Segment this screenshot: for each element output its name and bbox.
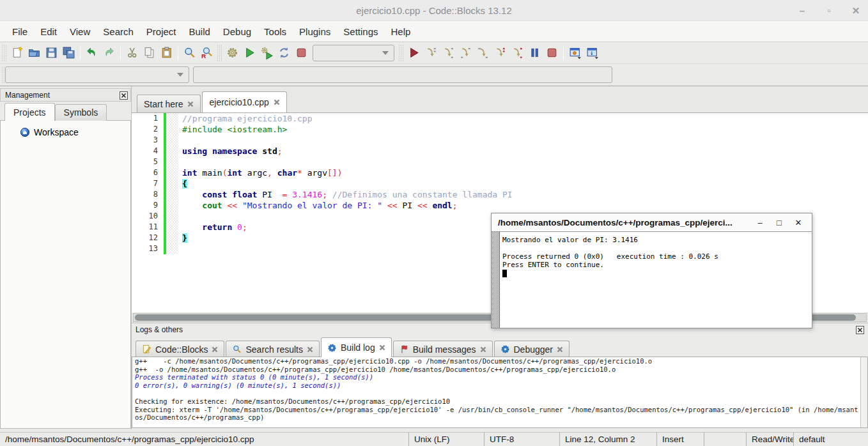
- tab-close-icon[interactable]: [557, 346, 563, 353]
- menu-edit[interactable]: Edit: [34, 21, 63, 42]
- fold-margin[interactable]: [166, 233, 178, 243]
- break-debugger-button[interactable]: [526, 44, 543, 61]
- logs-tab-search-results[interactable]: Search results: [226, 341, 319, 357]
- xterm-close-icon[interactable]: ✕: [791, 218, 805, 227]
- minimize-icon[interactable]: –: [796, 5, 808, 16]
- build-target-combo[interactable]: [313, 45, 394, 61]
- build-button[interactable]: [224, 44, 241, 61]
- various-info-button[interactable]: i: [584, 44, 601, 61]
- line-number: 13: [132, 243, 164, 254]
- new-file-button[interactable]: [8, 44, 26, 61]
- rebuild-button[interactable]: [275, 44, 293, 61]
- tab-symbols[interactable]: Symbols: [55, 104, 107, 121]
- codeblocks-window: ejercicio10.cpp - Code::Blocks 13.12 – ▫…: [0, 0, 868, 446]
- debugging-windows-button[interactable]: [566, 44, 584, 61]
- tab-close-icon[interactable]: [212, 346, 218, 353]
- logs-tab-code-blocks[interactable]: Code::Blocks: [136, 341, 224, 357]
- management-close-icon[interactable]: [120, 91, 128, 99]
- fold-margin[interactable]: [166, 135, 178, 146]
- code-text: [178, 157, 182, 167]
- step-out-button[interactable]: [474, 44, 492, 61]
- step-into-button[interactable]: [457, 44, 474, 61]
- toolbar-grip[interactable]: [217, 45, 222, 61]
- workspace-item[interactable]: Workspace: [1, 127, 130, 137]
- menu-view[interactable]: View: [63, 21, 97, 42]
- debug-continue-button[interactable]: [405, 44, 422, 61]
- status-readwrite-state: Read/Write: [746, 433, 793, 446]
- replace-button[interactable]: R: [198, 44, 215, 61]
- logs-tab-build-log[interactable]: Build log: [321, 337, 392, 357]
- undo-button[interactable]: [83, 44, 100, 61]
- run-to-cursor-button[interactable]: [422, 44, 440, 61]
- editor-tab-start-here[interactable]: Start here: [137, 95, 201, 112]
- menu-settings[interactable]: Settings: [337, 21, 384, 42]
- close-icon[interactable]: ✕: [850, 5, 862, 17]
- xterm-title-bar[interactable]: /home/msantos/Documentos/c++/programas_c…: [492, 213, 812, 232]
- xterm-maximize-icon[interactable]: □: [772, 218, 786, 227]
- tab-close-icon[interactable]: [480, 346, 486, 353]
- step-into-instruction-button[interactable]: [509, 44, 526, 61]
- fold-margin[interactable]: [166, 211, 178, 222]
- fold-margin[interactable]: [166, 124, 178, 135]
- next-line-button[interactable]: [440, 44, 457, 61]
- tab-close-icon[interactable]: [274, 99, 280, 105]
- code-line: 5: [132, 157, 868, 167]
- save-file-button[interactable]: [43, 44, 60, 61]
- workspace-label: Workspace: [34, 127, 79, 137]
- find-button[interactable]: [181, 44, 198, 61]
- symbol-combo[interactable]: [193, 66, 612, 83]
- chevron-down-icon: [177, 73, 183, 77]
- xterm-body[interactable]: Mostrando el valor de PI: 3.1416 Process…: [492, 232, 812, 328]
- save-all-button[interactable]: [60, 44, 77, 61]
- editor-tab-ejercicio10-cpp[interactable]: ejercicio10.cpp: [202, 91, 286, 112]
- next-instruction-button[interactable]: [492, 44, 509, 61]
- tab-projects[interactable]: Projects: [4, 103, 55, 121]
- tab-close-icon[interactable]: [187, 101, 194, 107]
- log-vscrollbar[interactable]: [860, 357, 867, 427]
- scope-combo[interactable]: [5, 66, 189, 83]
- copy-button[interactable]: [141, 44, 158, 61]
- fold-margin[interactable]: [166, 222, 178, 233]
- xterm-scrollbar[interactable]: [492, 232, 500, 328]
- menu-debug[interactable]: Debug: [217, 21, 258, 42]
- fold-margin[interactable]: [166, 167, 178, 178]
- toolbar-grip[interactable]: [399, 45, 403, 61]
- log-line: Checking for existence: /home/msantos/Do…: [135, 397, 858, 406]
- menu-project[interactable]: Project: [140, 21, 183, 42]
- fold-margin[interactable]: [166, 157, 178, 167]
- fold-margin[interactable]: [166, 200, 178, 211]
- logs-tab-build-messages[interactable]: Build messages: [393, 341, 493, 357]
- paste-button[interactable]: [158, 44, 175, 61]
- chevron-down-icon: [382, 51, 389, 55]
- abort-build-button[interactable]: [293, 44, 310, 61]
- cut-icon: [125, 46, 139, 59]
- step-into-icon: [459, 46, 472, 59]
- run-button[interactable]: [241, 44, 258, 61]
- step-out-icon: [476, 46, 490, 59]
- logs-close-icon[interactable]: [856, 325, 864, 334]
- logs-tab-debugger[interactable]: Debugger: [494, 341, 570, 357]
- build-and-run-button[interactable]: [258, 44, 275, 61]
- maximize-icon[interactable]: ▫: [823, 5, 835, 16]
- cut-button[interactable]: [123, 44, 141, 61]
- fold-margin[interactable]: [166, 146, 178, 157]
- menu-build[interactable]: Build: [183, 21, 217, 42]
- menu-search[interactable]: Search: [97, 21, 140, 42]
- fold-margin[interactable]: [166, 178, 178, 189]
- menu-tools[interactable]: Tools: [258, 21, 293, 42]
- fold-margin[interactable]: [166, 189, 178, 200]
- stop-debugger-button[interactable]: [543, 44, 561, 61]
- menu-help[interactable]: Help: [385, 21, 417, 42]
- xterm-minimize-icon[interactable]: –: [753, 218, 767, 227]
- redo-button[interactable]: [100, 44, 118, 61]
- menu-file[interactable]: File: [6, 21, 34, 42]
- logs-tab-label: Build messages: [413, 344, 476, 355]
- fold-margin[interactable]: [166, 113, 178, 124]
- tab-close-icon[interactable]: [307, 346, 313, 353]
- menu-plugins[interactable]: Plugins: [293, 21, 337, 42]
- toolbar-grip[interactable]: [2, 45, 6, 61]
- open-file-button[interactable]: [26, 44, 43, 61]
- tab-close-icon[interactable]: [379, 344, 385, 351]
- fold-margin[interactable]: [166, 243, 178, 254]
- status-insert-mode: Insert: [656, 433, 704, 446]
